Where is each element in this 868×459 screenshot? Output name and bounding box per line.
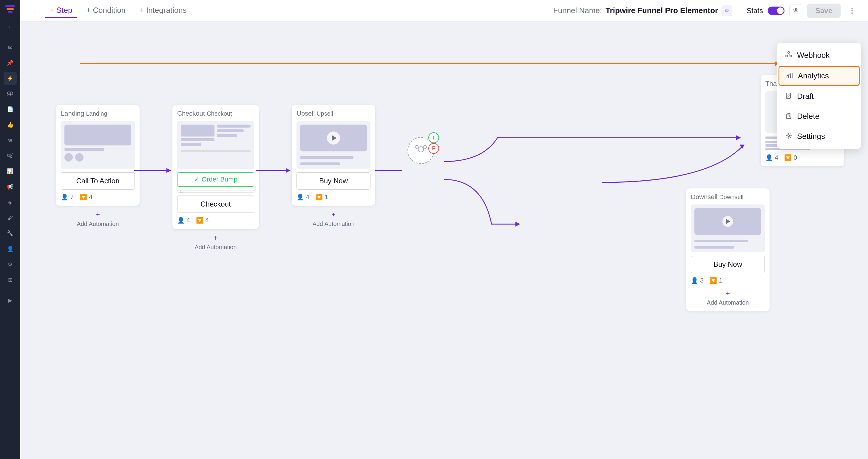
dropdown-webhook[interactable]: Webhook bbox=[777, 45, 861, 65]
checkout-node-title: Checkout Checkout bbox=[177, 110, 254, 118]
landing-node-title: Landing Landing bbox=[61, 110, 135, 118]
false-badge: F bbox=[428, 143, 439, 154]
sidebar-item-grid[interactable]: ⊞ bbox=[4, 273, 17, 287]
sidebar-item-play[interactable]: ▶ bbox=[4, 294, 17, 307]
landing-preview bbox=[61, 121, 135, 169]
tab-step[interactable]: + Step bbox=[45, 3, 77, 18]
tab-condition[interactable]: + Condition bbox=[82, 3, 130, 18]
orange-arrow bbox=[80, 63, 778, 64]
landing-node[interactable]: Landing Landing Call To Action 👤 bbox=[56, 105, 140, 227]
dropdown-analytics[interactable]: Analytics bbox=[778, 66, 860, 86]
delete-label: Delete bbox=[797, 112, 819, 121]
sidebar-item-wrench[interactable]: 🔧 bbox=[4, 227, 17, 240]
sidebar-item-person[interactable]: 👤 bbox=[4, 242, 17, 256]
users-icon-4: 👤 bbox=[765, 154, 773, 161]
header: ← + Step + Condition + Integrations Funn… bbox=[20, 0, 868, 22]
upsell-buy-now-button[interactable]: Buy Now bbox=[297, 172, 370, 190]
app-logo[interactable] bbox=[4, 4, 16, 15]
checkout-node[interactable]: Checkout Checkout bbox=[173, 105, 259, 251]
settings-label: Settings bbox=[797, 132, 825, 141]
checkout-filter-stat: 🔽 4 bbox=[196, 217, 209, 224]
plus-icon: + bbox=[96, 210, 100, 219]
stats-toggle[interactable] bbox=[768, 6, 784, 15]
sidebar-item-thumbs[interactable]: 👍 bbox=[4, 118, 17, 131]
svg-rect-1 bbox=[6, 8, 14, 10]
svg-rect-0 bbox=[5, 5, 15, 7]
sidebar-item-pin[interactable]: 📌 bbox=[4, 56, 17, 69]
stats-label: Stats bbox=[747, 6, 763, 15]
upsell-add-automation[interactable]: + Add Automation bbox=[292, 210, 375, 227]
order-bump-button[interactable]: ✓ Order Bump bbox=[177, 172, 254, 187]
filter-icon-2: 🔽 bbox=[196, 217, 204, 224]
sidebar-item-brush[interactable]: 🖌 bbox=[4, 211, 17, 224]
thank-you-users-stat: 👤 4 bbox=[765, 154, 778, 162]
condition-node[interactable]: T F bbox=[402, 137, 440, 164]
tab-integrations[interactable]: + Integrations bbox=[135, 3, 191, 18]
sidebar-item-groups[interactable] bbox=[4, 87, 17, 100]
checkout-button[interactable]: Checkout bbox=[177, 196, 254, 213]
back-button[interactable]: ← bbox=[30, 5, 40, 16]
sidebar-item-woo[interactable]: W bbox=[4, 134, 17, 147]
filter-icon-3: 🔽 bbox=[315, 193, 323, 201]
checkout-preview bbox=[177, 121, 254, 169]
downsell-node[interactable]: Downsell Downsell Buy Now 👤 3 bbox=[686, 188, 770, 311]
add-automation-label-3: Add Automation bbox=[312, 221, 354, 227]
downsell-users-stat: 👤 3 bbox=[691, 276, 704, 284]
svg-point-15 bbox=[424, 145, 427, 149]
add-automation-label-5: Add Automation bbox=[707, 299, 749, 306]
edit-funnel-name-button[interactable]: ✏ bbox=[721, 5, 732, 16]
toggle-knob bbox=[777, 7, 783, 14]
checkout-users-stat: 👤 4 bbox=[177, 217, 190, 224]
sidebar-item-email[interactable]: ✉ bbox=[4, 41, 17, 54]
upsell-users-stat: 👤 4 bbox=[297, 193, 309, 201]
upsell-node[interactable]: Upsell Upsell Buy Now bbox=[292, 105, 375, 227]
svg-point-22 bbox=[788, 135, 789, 136]
more-options-button[interactable]: ⋮ bbox=[845, 4, 859, 17]
sidebar-item-chart[interactable]: 📊 bbox=[4, 165, 17, 178]
thank-you-filter-count: 0 bbox=[794, 154, 797, 162]
sidebar-item-funnel[interactable]: ⚡ bbox=[4, 72, 17, 85]
dropdown-delete[interactable]: Delete bbox=[777, 106, 861, 126]
sidebar-item-pages[interactable]: 📄 bbox=[4, 103, 17, 116]
dropdown-menu: Webhook Analytics bbox=[777, 43, 861, 149]
dropdown-draft[interactable]: Draft bbox=[777, 87, 861, 106]
landing-users-stat: 👤 7 bbox=[61, 193, 74, 201]
save-button[interactable]: Save bbox=[807, 4, 841, 18]
preview-button[interactable]: 👁 bbox=[789, 4, 802, 17]
svg-marker-10 bbox=[736, 135, 741, 140]
upsell-filter-count: 1 bbox=[324, 193, 328, 201]
sidebar-item-back[interactable]: ← bbox=[4, 20, 17, 33]
sidebar-item-megaphone[interactable]: 📢 bbox=[4, 180, 17, 193]
plus-icon-2: + bbox=[214, 234, 218, 242]
funnel-name-section: Funnel Name: Tripwire Funnel Pro Element… bbox=[553, 5, 732, 16]
downsell-buy-now-button[interactable]: Buy Now bbox=[691, 256, 765, 273]
checkout-add-automation[interactable]: + Add Automation bbox=[173, 234, 259, 251]
landing-add-automation[interactable]: + Add Automation bbox=[56, 210, 140, 227]
dropdown-settings[interactable]: Settings bbox=[777, 126, 861, 146]
users-icon-3: 👤 bbox=[297, 193, 304, 201]
condition-icon bbox=[415, 144, 427, 157]
landing-filter-count: 4 bbox=[89, 193, 92, 201]
landing-cta-button[interactable]: Call To Action bbox=[61, 172, 135, 190]
svg-marker-6 bbox=[166, 168, 171, 173]
analytics-icon bbox=[785, 72, 794, 80]
upsell-stats: 👤 4 🔽 1 bbox=[297, 193, 370, 201]
svg-point-19 bbox=[790, 55, 792, 57]
sidebar-item-diamond[interactable]: ◈ bbox=[4, 196, 17, 209]
sidebar-item-settings[interactable]: ⚙ bbox=[4, 258, 17, 271]
analytics-label: Analytics bbox=[798, 71, 829, 80]
svg-point-18 bbox=[786, 55, 787, 57]
svg-marker-8 bbox=[286, 168, 290, 173]
add-automation-label: Add Automation bbox=[77, 221, 119, 227]
landing-filter-stat: 🔽 4 bbox=[80, 193, 92, 201]
sidebar-item-orders[interactable]: 🛒 bbox=[4, 149, 17, 162]
downsell-add-automation[interactable]: + Add Automation bbox=[691, 289, 765, 306]
step-tab-icon: + bbox=[50, 6, 54, 14]
funnel-name-value: Tripwire Funnel Pro Elementor bbox=[606, 6, 718, 15]
downsell-users-count: 3 bbox=[700, 276, 704, 284]
delete-icon bbox=[784, 112, 793, 121]
thank-you-stats: 👤 4 🔽 0 bbox=[765, 154, 839, 162]
svg-point-14 bbox=[415, 145, 418, 149]
check-icon: ✓ bbox=[194, 175, 199, 183]
thank-you-filter-stat: 🔽 0 bbox=[784, 154, 797, 162]
